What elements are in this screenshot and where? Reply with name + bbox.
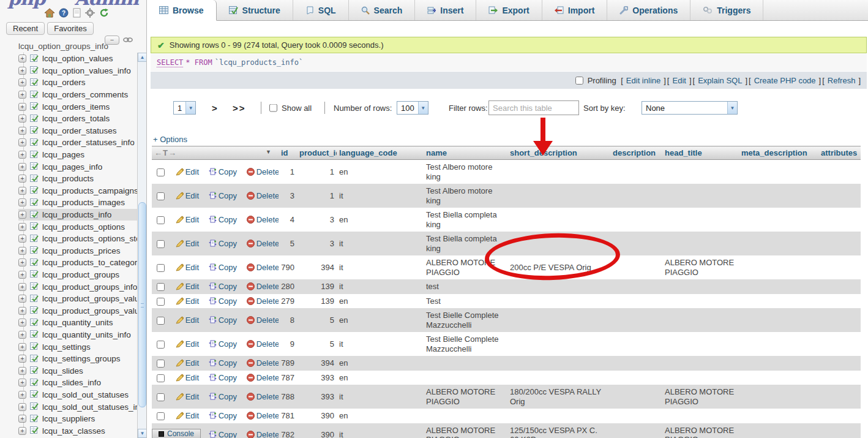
column-header-language-code[interactable]: language_code	[337, 146, 424, 160]
copy-link[interactable]: Copy	[209, 392, 237, 401]
edit-link[interactable]: Edit	[176, 263, 199, 272]
copy-link[interactable]: Copy	[209, 373, 237, 382]
copy-link[interactable]: Copy	[209, 358, 237, 368]
expand-plus-icon[interactable]: +	[18, 211, 26, 219]
expand-plus-icon[interactable]: +	[18, 403, 26, 411]
column-header-id[interactable]: id	[279, 146, 297, 160]
expand-plus-icon[interactable]: +	[18, 127, 26, 135]
column-options-arrow-icon[interactable]: ▼	[266, 149, 271, 155]
delete-link[interactable]: Delete	[247, 411, 279, 420]
tab-structure[interactable]: Structure	[217, 0, 293, 20]
delete-link[interactable]: Delete	[247, 191, 279, 200]
sidebar-scrollbar[interactable]: ▲ ▼	[137, 53, 146, 438]
expand-plus-icon[interactable]: +	[18, 138, 26, 146]
sql-keyword[interactable]: SELECT	[157, 58, 183, 67]
column-header-meta-description[interactable]: meta_description	[739, 146, 818, 160]
sort-key-select[interactable]: None▼	[642, 101, 738, 115]
tab-triggers[interactable]: Triggers	[690, 0, 763, 20]
copy-link[interactable]: Copy	[209, 215, 237, 224]
sidebar-table-item[interactable]: + lcqu_products_prices	[18, 245, 146, 257]
sidebar-table-item[interactable]: + lcqu_products_options	[18, 221, 146, 233]
column-header-name[interactable]: name	[424, 146, 507, 160]
edit-link[interactable]: Edit	[176, 358, 199, 368]
expand-plus-icon[interactable]: +	[18, 271, 26, 279]
edit-inline-link[interactable]: Edit inline	[626, 76, 660, 85]
row-checkbox[interactable]	[157, 298, 165, 306]
row-checkbox[interactable]	[157, 317, 165, 325]
column-header-product-id[interactable]: product_id	[297, 146, 337, 160]
sidebar-table-item[interactable]: + lcqu_settings	[18, 341, 146, 353]
delete-link[interactable]: Delete	[247, 296, 279, 306]
tab-operations[interactable]: Operations	[607, 0, 690, 20]
sidebar-item-partial[interactable]: lcqu_option_groups_info	[18, 43, 129, 52]
expand-plus-icon[interactable]: +	[18, 259, 26, 266]
delete-link[interactable]: Delete	[247, 392, 279, 401]
edit-link[interactable]: Edit	[176, 215, 199, 224]
expand-plus-icon[interactable]: +	[18, 307, 26, 315]
column-header-short-description[interactable]: short_description	[507, 146, 610, 160]
sidebar-table-item[interactable]: + lcqu_pages_info	[18, 160, 146, 173]
tab-import[interactable]: Import	[542, 0, 608, 20]
favorites-tables-button[interactable]: Favorites	[47, 22, 93, 35]
row-checkbox[interactable]	[157, 240, 165, 248]
recent-tables-button[interactable]: Recent	[6, 22, 45, 35]
edit-link[interactable]: Edit	[176, 282, 199, 291]
expand-plus-icon[interactable]: +	[18, 151, 26, 159]
column-header-attributes[interactable]: attributes	[818, 146, 861, 160]
column-header-head-title[interactable]: head_title	[662, 146, 739, 160]
home-icon[interactable]	[44, 8, 55, 18]
delete-link[interactable]: Delete	[247, 282, 279, 291]
expand-plus-icon[interactable]: +	[18, 355, 26, 363]
sidebar-table-item[interactable]: + lcqu_option_values_info	[18, 65, 146, 77]
expand-plus-icon[interactable]: +	[18, 235, 26, 243]
expand-plus-icon[interactable]: +	[18, 91, 26, 99]
edit-link[interactable]: Edit	[176, 373, 199, 382]
sidebar-table-item[interactable]: + lcqu_order_statuses_info	[18, 137, 146, 149]
edit-link[interactable]: Edit	[176, 167, 199, 176]
sidebar-table-item[interactable]: + lcqu_pages	[18, 149, 146, 161]
expand-plus-icon[interactable]: +	[18, 343, 26, 351]
edit-link[interactable]: Edit	[672, 76, 686, 85]
sidebar-table-item[interactable]: + lcqu_sold_out_statuses_in	[18, 401, 146, 413]
copy-link[interactable]: Copy	[209, 191, 237, 200]
doc-icon[interactable]	[72, 8, 81, 18]
edit-link[interactable]: Edit	[176, 315, 199, 325]
copy-link[interactable]: Copy	[209, 263, 237, 272]
row-checkbox[interactable]	[157, 283, 165, 291]
expand-plus-icon[interactable]: +	[18, 319, 26, 327]
expand-plus-icon[interactable]: +	[18, 115, 26, 123]
sidebar-table-item[interactable]: + lcqu_products_options_sto	[18, 233, 146, 245]
edit-link[interactable]: Edit	[176, 392, 199, 401]
delete-link[interactable]: Delete	[247, 430, 279, 438]
delete-link[interactable]: Delete	[247, 339, 279, 349]
sidebar-table-item[interactable]: + lcqu_sold_out_statuses	[18, 389, 146, 401]
copy-link[interactable]: Copy	[209, 315, 237, 325]
sidebar-table-item[interactable]: + lcqu_product_groups	[18, 269, 146, 281]
gear-icon[interactable]	[85, 8, 95, 18]
expand-plus-icon[interactable]: +	[18, 247, 26, 255]
sidebar-table-item[interactable]: + lcqu_product_groups_value	[18, 293, 146, 305]
row-checkbox[interactable]	[157, 264, 165, 272]
row-checkbox[interactable]	[157, 412, 165, 420]
expand-plus-icon[interactable]: +	[18, 103, 26, 111]
sidebar-table-item[interactable]: + lcqu_option_values	[18, 53, 146, 65]
sidebar-table-item[interactable]: + lcqu_product_groups_info	[18, 281, 146, 293]
tab-sql[interactable]: SQL	[293, 0, 349, 20]
sidebar-table-item[interactable]: + lcqu_orders	[18, 77, 146, 89]
expand-plus-icon[interactable]: +	[18, 367, 26, 375]
copy-link[interactable]: Copy	[209, 239, 237, 248]
sidebar-table-item[interactable]: + lcqu_orders_items	[18, 100, 146, 113]
last-page-link[interactable]: >>	[233, 103, 246, 113]
sidebar-table-item[interactable]: + lcqu_orders_totals	[18, 113, 146, 125]
expand-plus-icon[interactable]: +	[18, 295, 26, 303]
column-header-description[interactable]: description	[610, 146, 662, 160]
tab-search[interactable]: Search	[349, 0, 416, 20]
copy-link[interactable]: Copy	[209, 339, 237, 349]
sidebar-table-item[interactable]: + lcqu_quantity_units_info	[18, 329, 146, 341]
sidebar-table-item[interactable]: + lcqu_quantity_units	[18, 317, 146, 329]
create-php-code-link[interactable]: Create PHP code	[754, 76, 816, 85]
copy-link[interactable]: Copy	[209, 296, 237, 306]
copy-link[interactable]: Copy	[209, 167, 237, 176]
copy-link[interactable]: Copy	[209, 282, 237, 291]
refresh-link[interactable]: Refresh	[828, 76, 856, 85]
